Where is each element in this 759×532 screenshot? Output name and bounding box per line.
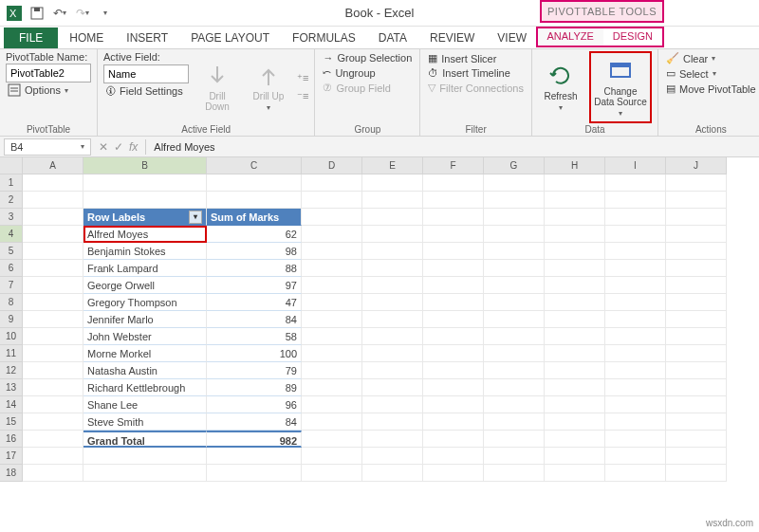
filter-connections-button[interactable]: ▽ Filter Connections: [426, 81, 526, 95]
cell[interactable]: [666, 174, 727, 192]
cell[interactable]: [423, 243, 484, 260]
cell[interactable]: [545, 277, 605, 294]
cell[interactable]: [545, 260, 605, 277]
cell[interactable]: [362, 311, 423, 328]
tab-insert[interactable]: INSERT: [115, 28, 179, 48]
pivot-row-label[interactable]: Gregory Thompson: [83, 294, 207, 311]
tab-page-layout[interactable]: PAGE LAYOUT: [179, 28, 281, 48]
cell[interactable]: [605, 226, 666, 243]
pivot-row-value[interactable]: 96: [207, 396, 302, 413]
cell[interactable]: [423, 209, 484, 226]
cell[interactable]: [362, 448, 423, 465]
tab-formulas[interactable]: FORMULAS: [281, 28, 367, 48]
col-head-D[interactable]: D: [302, 157, 362, 174]
row-head-17[interactable]: 17: [0, 448, 23, 465]
pivot-row-value[interactable]: 97: [207, 277, 302, 294]
cell[interactable]: [362, 362, 423, 379]
pivot-row-labels-header[interactable]: Row Labels▾: [83, 209, 207, 226]
cell[interactable]: [605, 192, 666, 209]
cell[interactable]: [423, 174, 484, 192]
cell[interactable]: [605, 431, 666, 448]
pivot-row-value[interactable]: 62: [207, 226, 302, 243]
pivot-row-label[interactable]: John Webster: [83, 328, 207, 345]
cell[interactable]: [83, 192, 207, 209]
pivot-row-value[interactable]: 84: [207, 413, 302, 431]
pivot-row-value[interactable]: 58: [207, 328, 302, 345]
cell[interactable]: [484, 345, 545, 362]
cell[interactable]: [605, 277, 666, 294]
cell[interactable]: [207, 192, 302, 209]
cell[interactable]: [207, 465, 302, 482]
row-head-15[interactable]: 15: [0, 413, 23, 431]
cell[interactable]: [484, 311, 545, 328]
pivot-grand-total-value[interactable]: 982: [207, 431, 302, 448]
pivot-row-label[interactable]: Jennifer Marlo: [83, 311, 207, 328]
cell[interactable]: [362, 260, 423, 277]
cell[interactable]: [362, 226, 423, 243]
collapse-field-icon[interactable]: ⁻≡: [297, 90, 308, 102]
cell[interactable]: [545, 174, 605, 192]
cell[interactable]: [302, 311, 362, 328]
name-box-dropdown-icon[interactable]: ▾: [81, 142, 84, 151]
cell[interactable]: [484, 294, 545, 311]
cell[interactable]: [302, 209, 362, 226]
group-field-button[interactable]: ⑦ Group Field: [321, 81, 414, 95]
cell[interactable]: [666, 328, 727, 345]
enter-formula-icon[interactable]: ✓: [114, 140, 123, 154]
pivot-row-value[interactable]: 47: [207, 294, 302, 311]
cell[interactable]: [23, 174, 83, 192]
ungroup-button[interactable]: ⤺ Ungroup: [321, 65, 414, 80]
pivot-row-value[interactable]: 79: [207, 362, 302, 379]
cell[interactable]: [302, 379, 362, 396]
cell[interactable]: [545, 243, 605, 260]
cell[interactable]: [23, 260, 83, 277]
cell[interactable]: [545, 328, 605, 345]
cell[interactable]: [23, 448, 83, 465]
tab-design[interactable]: DESIGN: [603, 28, 662, 46]
qat-customize-icon[interactable]: ▾: [95, 3, 116, 24]
cell[interactable]: [23, 328, 83, 345]
cell[interactable]: [666, 311, 727, 328]
cell[interactable]: [605, 294, 666, 311]
drill-up-button[interactable]: Drill Up▾: [246, 51, 291, 123]
cell[interactable]: [605, 345, 666, 362]
grid-body[interactable]: Row Labels▾Sum of MarksAlfred Moyes62Ben…: [23, 174, 727, 482]
cell[interactable]: [484, 328, 545, 345]
cell[interactable]: [423, 311, 484, 328]
cell[interactable]: [666, 226, 727, 243]
cell[interactable]: [423, 465, 484, 482]
tab-analyze[interactable]: ANALYZE: [538, 28, 603, 46]
cell[interactable]: [302, 413, 362, 431]
cell[interactable]: [23, 277, 83, 294]
cell[interactable]: [545, 448, 605, 465]
cell[interactable]: [545, 209, 605, 226]
cell[interactable]: [362, 294, 423, 311]
cell[interactable]: [23, 226, 83, 243]
cell[interactable]: [484, 174, 545, 192]
cell[interactable]: [423, 396, 484, 413]
col-head-H[interactable]: H: [545, 157, 605, 174]
cell[interactable]: [545, 226, 605, 243]
cell[interactable]: [302, 277, 362, 294]
tab-data[interactable]: DATA: [367, 28, 418, 48]
cell[interactable]: [423, 362, 484, 379]
cell[interactable]: [423, 260, 484, 277]
cell[interactable]: [423, 431, 484, 448]
pivot-row-label[interactable]: Steve Smith: [83, 413, 207, 431]
tab-review[interactable]: REVIEW: [418, 28, 486, 48]
row-head-12[interactable]: 12: [0, 362, 23, 379]
cell[interactable]: [484, 243, 545, 260]
cell[interactable]: [484, 379, 545, 396]
col-head-J[interactable]: J: [666, 157, 727, 174]
cell[interactable]: [423, 413, 484, 431]
cell[interactable]: [605, 465, 666, 482]
cell[interactable]: [484, 209, 545, 226]
cell[interactable]: [484, 396, 545, 413]
cell[interactable]: [666, 345, 727, 362]
cell[interactable]: [484, 448, 545, 465]
pivot-row-value[interactable]: 89: [207, 379, 302, 396]
change-data-source-button[interactable]: Change Data Source▾: [589, 51, 652, 123]
row-head-8[interactable]: 8: [0, 294, 23, 311]
cell[interactable]: [302, 294, 362, 311]
undo-icon[interactable]: ↶▾: [49, 3, 70, 24]
